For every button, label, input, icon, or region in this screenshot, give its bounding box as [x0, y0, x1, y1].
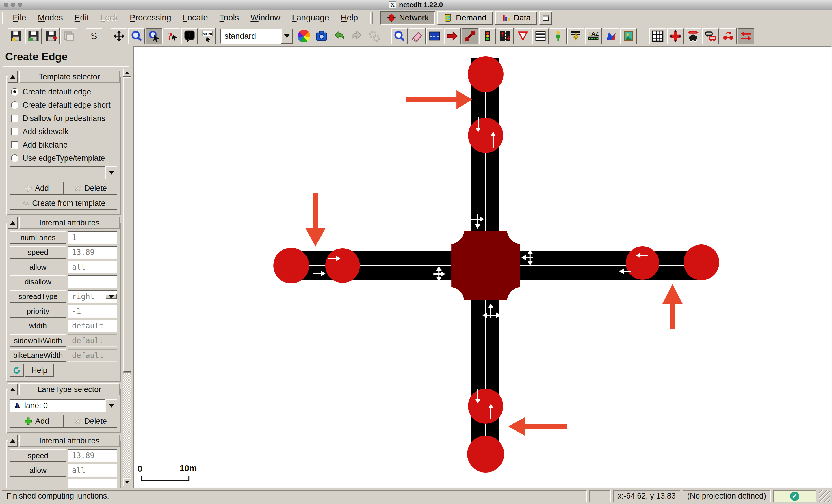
select-mode-button[interactable] [426, 28, 443, 44]
menu-window[interactable]: Window [245, 11, 285, 24]
radio-create-default-edge[interactable]: Create default edge [9, 85, 118, 99]
view-preset-value[interactable]: standard [220, 29, 281, 44]
lane-speed-field[interactable]: 13.89 [68, 449, 117, 462]
move-view-button[interactable] [111, 28, 127, 44]
show-demand-button[interactable] [702, 28, 719, 44]
toolbar-grip[interactable] [80, 36, 83, 36]
disallow-field[interactable] [68, 275, 117, 288]
menu-help[interactable]: Help [336, 11, 363, 24]
menu-modes[interactable]: Modes [33, 11, 68, 24]
menu-language[interactable]: Language [287, 11, 334, 24]
detector-mode-button[interactable] [567, 28, 584, 44]
lane-speed-label-button[interactable]: speed [10, 449, 66, 462]
network-view-canvas[interactable]: 0 10m [133, 46, 832, 488]
screenshot-button[interactable] [313, 28, 330, 44]
vehicle-spacing-button[interactable] [685, 28, 701, 44]
save-network-button[interactable] [7, 28, 24, 44]
lanetype-value[interactable]: lane: 0 [24, 401, 48, 410]
menu-tools[interactable]: Tools [214, 11, 244, 24]
collapse-button[interactable] [7, 71, 18, 83]
scrollbar-track[interactable] [123, 372, 131, 477]
scroll-down-button[interactable] [123, 478, 131, 486]
message-window-button[interactable]: ! [181, 28, 198, 44]
scroll-up-button[interactable] [123, 69, 131, 77]
width-label-button[interactable]: width [10, 319, 66, 332]
speed-field[interactable]: 13.89 [68, 246, 117, 259]
create-edge-mode-button[interactable] [462, 28, 478, 44]
junction-bubble[interactable] [468, 389, 503, 424]
lanetype-combobox[interactable]: lane: 0 [10, 399, 117, 412]
window-resize-grip[interactable] [819, 491, 830, 502]
truncated-label-button[interactable] [10, 479, 66, 488]
lanetype-dropdown-button[interactable] [106, 399, 117, 412]
toolbar-grip[interactable] [370, 11, 373, 24]
undo-button[interactable] [331, 28, 347, 44]
collapse-button[interactable] [7, 217, 18, 229]
color-scheme-button[interactable] [295, 28, 312, 44]
checkbox-icon[interactable] [11, 141, 19, 149]
zoom-button[interactable] [128, 28, 145, 44]
chain-edges-button[interactable] [720, 28, 737, 44]
context-help-button[interactable]: ? [163, 28, 180, 44]
checkbox-disallow-pedestrians[interactable]: Disallow for pedestrians [9, 112, 118, 125]
data-supermode-button[interactable]: Data [495, 11, 537, 25]
lane-allow-field[interactable]: all [68, 464, 117, 477]
disallow-label-button[interactable]: disallow [10, 275, 66, 288]
lane-allow-label-button[interactable]: allow [10, 464, 66, 477]
radio-icon[interactable] [11, 101, 19, 109]
edgetype-combobox[interactable] [10, 166, 117, 179]
menu-locate[interactable]: Locate [178, 11, 213, 24]
radio-icon[interactable] [11, 155, 19, 162]
view-preset-dropdown-button[interactable] [281, 29, 293, 44]
radio-create-default-edge-short[interactable]: Create default edge short [9, 99, 118, 112]
edgetype-value[interactable] [10, 166, 106, 179]
checkbox-add-sidewalk[interactable]: Add sidewalk [9, 125, 118, 138]
toolbar-grip[interactable] [105, 36, 108, 36]
spreadtype-label-button[interactable]: spreadType [10, 290, 66, 303]
center-junction-area[interactable] [451, 231, 520, 300]
help-button[interactable]: Help [25, 364, 54, 377]
checkbox-icon[interactable] [11, 128, 19, 135]
toggle-grid-button[interactable] [649, 28, 666, 44]
junction-bubble[interactable] [468, 56, 503, 92]
shape-mode-button[interactable] [603, 28, 619, 44]
checkbox-add-bikelane[interactable]: Add bikelane [9, 138, 118, 151]
two-way-edges-button[interactable] [737, 28, 754, 44]
save-demand-elements-button[interactable] [43, 28, 59, 44]
menu-file[interactable]: File [7, 11, 31, 24]
delete-mode-button[interactable] [409, 28, 425, 44]
network-supermode-button[interactable]: Network [381, 11, 435, 25]
bikelanewidth-label-button[interactable]: bikeLaneWidth [10, 349, 66, 362]
view-preset-combobox[interactable]: standard [220, 29, 293, 44]
sidebar-scrollbar[interactable] [123, 69, 131, 486]
allow-label-button[interactable]: allow [10, 261, 66, 273]
toolbar-grip[interactable] [386, 36, 389, 36]
junction-shape-button[interactable] [667, 28, 684, 44]
taz-mode-button[interactable]: TAZ [585, 28, 602, 44]
spreadtype-dropdown-button[interactable] [106, 294, 117, 299]
menu-processing[interactable]: Processing [125, 11, 176, 24]
numlanes-field[interactable]: 1 [68, 231, 117, 244]
checkbox-icon[interactable] [11, 115, 19, 122]
junction-bubble[interactable] [467, 436, 504, 473]
junction-bubble[interactable] [626, 246, 659, 280]
inspect-mode-button[interactable] [391, 28, 408, 44]
reset-attributes-button[interactable] [10, 364, 24, 377]
prohibition-mode-button[interactable] [515, 28, 531, 44]
new-window-button[interactable] [539, 11, 552, 25]
allow-field[interactable]: all [68, 261, 117, 273]
menu-edit[interactable]: Edit [69, 11, 94, 24]
demand-supermode-button[interactable]: Demand [437, 11, 493, 25]
pedestrian-mode-button[interactable] [550, 28, 567, 44]
save-plain-xml-button[interactable] [25, 28, 42, 44]
toolbar-grip[interactable] [2, 11, 5, 24]
junction-bubble[interactable] [468, 118, 503, 153]
simple-view-button[interactable]: S [85, 28, 102, 44]
sidewalkwidth-label-button[interactable]: sidewalkWidth [10, 334, 66, 347]
collapse-button[interactable] [7, 435, 18, 447]
junction-bubble[interactable] [273, 248, 309, 283]
toolbar-grip[interactable] [2, 36, 5, 36]
edgetype-dropdown-button[interactable] [106, 166, 117, 179]
move-mode-button[interactable] [444, 28, 461, 44]
priority-field[interactable]: -1 [68, 305, 117, 317]
